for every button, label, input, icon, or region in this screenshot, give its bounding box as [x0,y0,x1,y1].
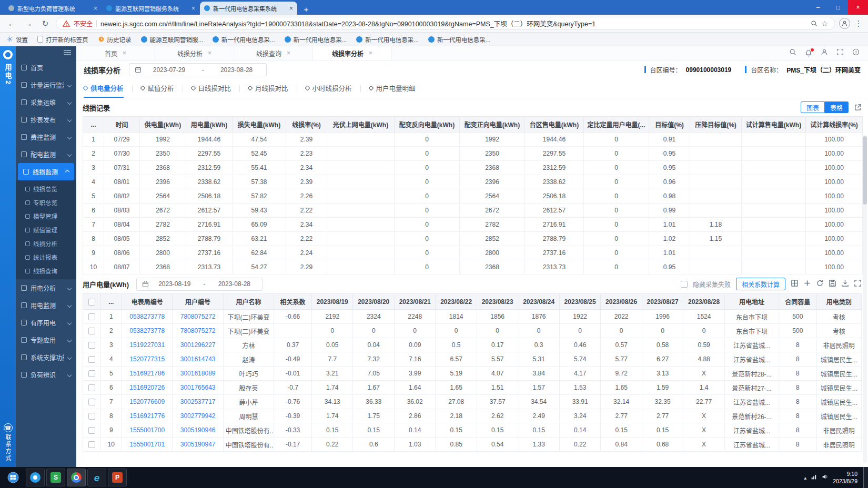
back-button[interactable]: ← [5,19,18,28]
sidebar-collapse-icon[interactable] [64,50,71,55]
link-cell[interactable]: 3002537717 [173,395,223,409]
bookmark-newtab[interactable]: 打开新的标签页 [37,35,88,44]
link-cell[interactable]: 7808075272 [173,310,223,324]
reload-button[interactable]: ↻ [39,19,52,28]
bookmark-settings[interactable]: 设置 [6,35,28,44]
address-bar[interactable]: 不安全 neweic.js.sgcc.com.cn/#/llm/line/Lin… [56,17,835,30]
user-icon[interactable] [821,48,828,58]
tab-close-icon[interactable]: × [289,5,293,12]
link-cell[interactable]: 0538273778 [122,310,172,324]
correlation-calc-button[interactable]: 相关系数计算 [736,278,785,290]
subtab-user-energy-detail[interactable]: 用户电量明细 [369,79,416,98]
grid-layout-icon[interactable] [791,279,799,289]
search-icon[interactable] [789,48,796,58]
subtab-hourly-loss-analysis[interactable]: 小时线损分析 [306,79,352,98]
network-icon[interactable] [811,473,817,482]
start-button[interactable] [2,472,24,483]
date-range-picker[interactable]: 2023-07-29 - 2023-08-28 [129,63,267,76]
bookmark-site-3[interactable]: 新一代用电信息采... [285,35,347,44]
tab-close-icon[interactable]: × [191,5,195,12]
submenu-item-specialist-overview[interactable]: 专职总览 [16,196,76,209]
sidebar-item-distribution-monitor[interactable]: 配电监测 [16,146,76,163]
sidebar-item-orderly-usage[interactable]: 有序用电 [16,314,76,331]
link-cell[interactable]: 1555001701 [122,438,172,452]
sidebar-item-fee-control[interactable]: 费控监测 [16,128,76,146]
workspace-tab-loss-rate-analysis[interactable]: 线损率分析× [313,46,392,60]
tab-close-icon[interactable]: × [369,49,372,57]
subtab-assignment-analysis[interactable]: 赋值分析 [141,79,174,98]
browser-tab-active[interactable]: 新一代用电信息采集系统 × [200,2,297,15]
submenu-item-loss-query[interactable]: 线损查询 [16,264,76,278]
sidebar-item-metering-monitor[interactable]: 计量运行监测 [16,76,76,94]
link-cell[interactable]: 1516921786 [122,367,172,381]
fullscreen-icon[interactable] [854,279,862,289]
bookmark-site-5[interactable]: 新一代用电信息采... [428,35,491,44]
link-cell[interactable]: 3005190947 [173,438,223,452]
chart-view-button[interactable]: 图表 [801,101,825,113]
row-checkbox[interactable] [88,356,95,363]
workspace-tab-loss-query[interactable]: 线损查询× [234,46,313,60]
notification-bell-icon[interactable] [805,49,812,57]
subtab-daily-loss-compare[interactable]: 日线损对比 [191,79,231,98]
submenu-item-assignment-management[interactable]: 赋值管理 [16,223,76,237]
taskbar-app-powerpoint[interactable]: P [108,469,127,486]
row-checkbox[interactable] [88,399,95,405]
link-cell[interactable]: 7808075272 [173,324,223,338]
tray-expand-icon[interactable]: ▴ [804,475,806,481]
download-icon[interactable] [841,279,849,289]
row-checkbox[interactable] [88,384,95,391]
row-checkbox[interactable] [88,413,95,420]
link-cell[interactable]: 3001618089 [173,367,223,381]
sidebar-item-meter-reading[interactable]: 抄表发布 [16,111,76,128]
link-cell[interactable]: 1520777315 [122,352,172,367]
new-tab-button[interactable]: + [300,3,312,15]
bookmark-history[interactable]: 历史记录 [98,35,132,44]
contact-info[interactable]: ☎ 联系方式 [4,423,13,462]
sidebar-item-collection-ops[interactable]: 采集运维 [16,94,76,111]
row-checkbox[interactable] [88,328,95,334]
help-icon[interactable]: ? [852,48,860,58]
link-cell[interactable]: 1516921776 [122,409,172,423]
workspace-tab-loss-analysis[interactable]: 线损分析× [155,46,234,60]
row-checkbox[interactable] [88,342,95,349]
tab-close-icon[interactable]: × [208,49,211,57]
profile-avatar-icon[interactable] [839,18,850,29]
link-cell[interactable]: 3001296227 [173,338,223,352]
sidebar-item-usage-monitor[interactable]: 用电监测 [16,297,76,314]
browser-tab-1[interactable]: 新型电力负荷管理系统 × [4,2,102,15]
fullscreen-icon[interactable] [836,48,844,58]
row-checkbox[interactable] [88,427,95,434]
link-cell[interactable]: 3001614743 [173,352,223,367]
maximize-button[interactable]: □ [828,0,848,15]
volume-icon[interactable] [822,473,829,482]
user-energy-date-picker[interactable]: 2023-08-19 - 2023-08-28 [136,278,263,291]
system-clock[interactable]: 9:10 2023/8/29 [833,470,857,485]
save-icon[interactable] [829,279,836,289]
close-window-button[interactable]: × [848,0,868,15]
link-cell[interactable]: 1555001700 [122,423,172,438]
select-all-checkbox[interactable] [88,299,95,306]
browser-tab-2[interactable]: 能源互联网营销服务系统 × [102,2,199,15]
submenu-item-loss-overview[interactable]: 线损总览 [16,182,76,196]
bookmark-site-4[interactable]: 新一代用电信息采... [356,35,419,44]
export-icon[interactable] [854,104,862,111]
browser-menu-icon[interactable]: ⋮ [854,19,863,28]
scrollbar-thumb[interactable] [863,136,867,205]
table-view-button[interactable]: 表格 [825,101,849,113]
sidebar-item-load-identification[interactable]: 负荷辨识 [16,366,76,383]
add-icon[interactable] [803,279,811,289]
taskbar-app-chrome[interactable] [67,469,86,486]
tab-close-icon[interactable]: × [123,49,126,57]
link-cell[interactable]: 3001765643 [173,381,223,395]
subtab-monthly-loss-compare[interactable]: 月线损对比 [248,79,288,98]
sidebar-item-system-support[interactable]: 系统支撑功能 [16,349,76,366]
taskbar-app-s[interactable]: S [46,469,65,486]
link-cell[interactable]: 1520776609 [122,395,172,409]
row-checkbox[interactable] [88,441,95,448]
submenu-item-statistics-report[interactable]: 统计报表 [16,250,76,264]
link-cell[interactable]: 3005190946 [173,423,223,438]
link-cell[interactable]: 0538273778 [122,324,172,338]
taskbar-app-messenger[interactable] [26,469,45,486]
link-cell[interactable]: 1516920726 [122,381,172,395]
hide-failed-checkbox[interactable] [681,281,688,288]
